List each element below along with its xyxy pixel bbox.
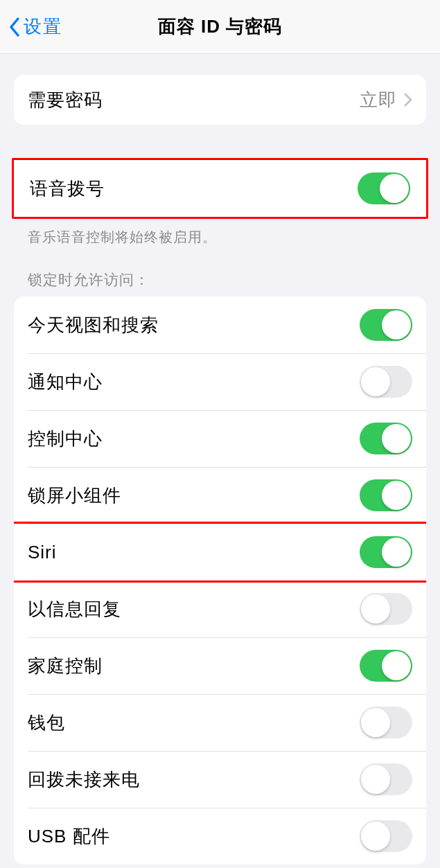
page-title: 面容 ID 与密码 xyxy=(158,15,282,39)
lock-access-label: 钱包 xyxy=(28,711,65,735)
require-passcode-group: 需要密码 立即 xyxy=(14,75,426,125)
require-passcode-label: 需要密码 xyxy=(28,88,103,112)
chevron-left-icon xyxy=(8,17,21,37)
lock-access-label: Siri xyxy=(28,542,57,563)
chevron-right-icon xyxy=(404,93,412,107)
lock-access-row: USB 配件 xyxy=(14,808,426,865)
lock-access-toggle[interactable] xyxy=(360,763,412,795)
voice-dial-row: 语音拨号 xyxy=(14,160,426,217)
lock-access-toggle[interactable] xyxy=(360,650,412,682)
lock-access-footer: iPhone 锁定超过一小时后，需先解锁 iPhone 才能允许 USB 配件连… xyxy=(14,865,426,868)
voice-dial-footer: 音乐语音控制将始终被启用。 xyxy=(14,219,426,247)
lock-access-row: 今天视图和搜索 xyxy=(14,296,426,353)
lock-access-toggle[interactable] xyxy=(360,479,412,511)
lock-access-group: 今天视图和搜索通知中心控制中心锁屏小组件Siri以信息回复家庭控制钱包回拨未接来… xyxy=(14,296,426,865)
lock-access-toggle[interactable] xyxy=(360,593,412,625)
lock-access-toggle[interactable] xyxy=(360,423,412,454)
voice-dial-toggle[interactable] xyxy=(358,172,410,204)
lock-access-toggle[interactable] xyxy=(360,309,412,341)
lock-access-label: 家庭控制 xyxy=(28,654,103,678)
lock-access-label: 今天视图和搜索 xyxy=(28,313,159,337)
lock-access-row: 控制中心 xyxy=(14,410,426,467)
lock-access-label: 以信息回复 xyxy=(28,597,121,621)
lock-access-row: 家庭控制 xyxy=(14,637,426,694)
lock-access-toggle[interactable] xyxy=(360,366,412,398)
lock-access-label: 锁屏小组件 xyxy=(28,484,121,508)
back-label: 设置 xyxy=(24,15,62,39)
lock-access-label: 通知中心 xyxy=(28,370,103,394)
require-passcode-value: 立即 xyxy=(360,88,397,112)
lock-access-header: 锁定时允许访问： xyxy=(14,270,426,296)
voice-dial-label: 语音拨号 xyxy=(30,177,105,201)
voice-dial-group: 语音拨号 xyxy=(14,160,426,217)
lock-access-toggle[interactable] xyxy=(360,536,412,568)
lock-access-row: 锁屏小组件 xyxy=(14,467,426,524)
lock-access-label: 控制中心 xyxy=(28,427,103,451)
lock-access-row: 钱包 xyxy=(14,694,426,751)
lock-access-row: 回拨未接来电 xyxy=(14,751,426,808)
lock-access-row: 通知中心 xyxy=(14,353,426,410)
lock-access-toggle[interactable] xyxy=(360,820,412,852)
voice-dial-highlight: 语音拨号 xyxy=(12,158,428,219)
back-button[interactable]: 设置 xyxy=(0,15,62,39)
require-passcode-row[interactable]: 需要密码 立即 xyxy=(14,75,426,125)
lock-access-label: USB 配件 xyxy=(28,824,110,849)
lock-access-toggle[interactable] xyxy=(360,707,412,738)
navigation-bar: 设置 面容 ID 与密码 xyxy=(0,0,440,54)
lock-access-row: 以信息回复 xyxy=(14,581,426,637)
lock-access-row: Siri xyxy=(14,524,426,581)
lock-access-label: 回拨未接来电 xyxy=(28,768,140,792)
